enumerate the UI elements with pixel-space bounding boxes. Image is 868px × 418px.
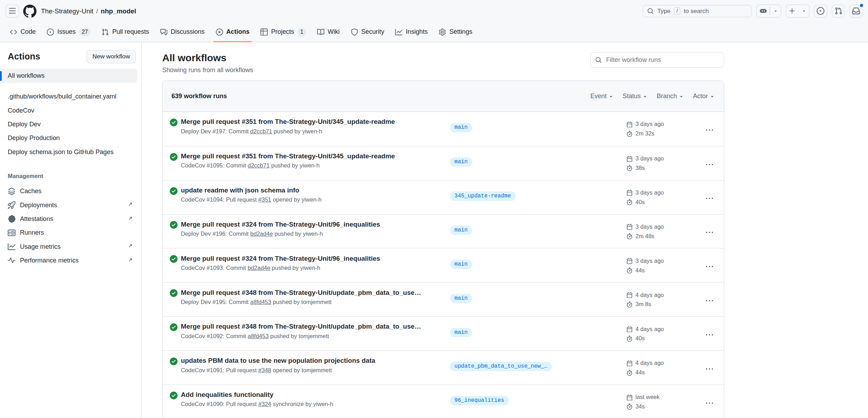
run-title-link[interactable]: Merge pull request #351 from The-Strateg… <box>181 118 443 126</box>
run-options-button[interactable] <box>702 294 717 308</box>
branch-label[interactable]: update_pbm_data_to_use_new_… <box>450 362 552 371</box>
github-mark-icon <box>23 5 37 18</box>
run-options-button[interactable] <box>702 158 717 171</box>
run-options-button[interactable] <box>702 397 717 410</box>
inbox-button[interactable] <box>849 5 863 18</box>
tab-wiki[interactable]: Wiki <box>313 22 344 42</box>
issues-dashboard-button[interactable] <box>814 5 827 18</box>
branch-label[interactable]: main <box>450 123 472 132</box>
run-subtitle-link[interactable]: #324 <box>258 401 271 407</box>
run-subtitle-link[interactable]: #348 <box>258 367 271 374</box>
tab-pull-requests[interactable]: Pull requests <box>97 22 154 42</box>
tab-code[interactable]: Code <box>6 22 40 42</box>
kebab-horizontal-icon <box>706 400 713 407</box>
tab-settings[interactable]: Settings <box>435 22 477 42</box>
run-title-link[interactable]: Merge pull request #348 from The-Strateg… <box>181 323 443 330</box>
workflow-item[interactable]: CodeCov <box>0 103 137 117</box>
graph-icon <box>8 243 15 251</box>
calendar-icon <box>626 360 632 366</box>
tab-actions[interactable]: Actions <box>211 22 254 42</box>
workflow-item[interactable]: Deploy Production <box>0 131 137 145</box>
run-subtitle-link[interactable]: bd2ad4e <box>247 265 270 271</box>
copilot-button[interactable] <box>756 5 781 18</box>
github-logo[interactable] <box>23 5 37 18</box>
event-filter-dropdown[interactable]: Event <box>590 93 614 100</box>
search-input[interactable]: Type / to search <box>643 5 752 17</box>
branch-label[interactable]: main <box>450 260 472 269</box>
run-subtitle-link[interactable]: d2ccb71 <box>247 162 269 169</box>
sidebar-item-deployments[interactable]: Deployments <box>0 198 137 212</box>
hamburger-menu-button[interactable] <box>6 5 19 18</box>
workflow-run-row: update readme with json schema info Code… <box>162 180 724 214</box>
branch-label[interactable]: main <box>450 328 472 337</box>
run-title-link[interactable]: Merge pull request #348 from The-Strateg… <box>181 289 443 297</box>
table-icon <box>261 28 268 36</box>
run-title-link[interactable]: Merge pull request #351 from The-Strateg… <box>181 152 443 160</box>
breadcrumb-org-link[interactable]: The-Strategy-Unit <box>41 7 94 15</box>
workflow-item[interactable]: .github/workflows/build_container.yaml <box>0 90 137 103</box>
run-subtitle-link[interactable]: #351 <box>258 196 271 203</box>
arrow-up-right-icon <box>127 258 133 264</box>
tab-projects[interactable]: Projects 1 <box>256 22 310 42</box>
sidebar-item-runners[interactable]: Runners <box>0 226 137 240</box>
run-options-button[interactable] <box>702 260 717 273</box>
triangle-down-icon <box>642 94 648 99</box>
shield-icon <box>351 28 358 36</box>
comment-discussion-icon <box>160 28 167 36</box>
new-workflow-button[interactable]: New workflow <box>86 50 136 63</box>
run-subtitle: Deploy Dev #196: Commit bd2ad4e pushed b… <box>181 230 443 238</box>
run-options-button[interactable] <box>702 328 717 342</box>
create-new-button[interactable] <box>786 5 810 18</box>
run-title-link[interactable]: Merge pull request #324 from The-Strateg… <box>181 255 443 262</box>
run-status <box>170 118 181 146</box>
run-age: 3 days ago <box>635 223 664 230</box>
runs-count: 639 workflow runs <box>172 93 227 100</box>
actor-filter-dropdown[interactable]: Actor <box>693 93 715 100</box>
sidebar-item-all-workflows[interactable]: All workflows <box>0 69 137 83</box>
status-filter-dropdown[interactable]: Status <box>623 93 648 100</box>
run-duration: 34s <box>635 403 645 410</box>
filter-workflow-runs-input[interactable] <box>590 52 724 68</box>
sidebar-item-attestations[interactable]: Attestations <box>0 212 137 226</box>
pull-requests-dashboard-button[interactable] <box>832 5 845 18</box>
kebab-horizontal-icon <box>706 161 713 168</box>
run-subtitle-link[interactable]: a8fd453 <box>250 299 271 305</box>
kebab-horizontal-icon <box>706 229 713 236</box>
play-icon <box>216 28 223 36</box>
workflow-item[interactable]: Deploy schema.json to GitHub Pages <box>0 145 137 159</box>
tab-issues[interactable]: Issues 27 <box>42 22 95 42</box>
branch-label[interactable]: main <box>450 294 472 303</box>
run-subtitle-link[interactable]: a8fd453 <box>247 333 269 340</box>
run-title-link[interactable]: update readme with json schema info <box>181 186 443 194</box>
sidebar-item-caches[interactable]: Caches <box>0 184 137 198</box>
stack-icon <box>8 188 15 195</box>
run-title-link[interactable]: Merge pull request #324 from The-Strateg… <box>181 221 443 228</box>
sidebar-item-performance-metrics[interactable]: Performance metrics <box>0 254 137 267</box>
run-branch-cell: main <box>450 118 626 146</box>
sidebar-item-usage-metrics[interactable]: Usage metrics <box>0 240 137 253</box>
branch-label[interactable]: 96_inequalities <box>450 396 509 405</box>
branch-label[interactable]: main <box>450 157 472 167</box>
stopwatch-icon <box>626 199 632 205</box>
run-title-link[interactable]: Add inequalities functionality <box>181 391 443 399</box>
tab-security[interactable]: Security <box>346 22 389 42</box>
tab-insights[interactable]: Insights <box>391 22 432 42</box>
workflow-runs-header: 639 workflow runs Event Status Branch <box>162 81 724 112</box>
run-subtitle-link[interactable]: bd2ad4e <box>250 230 273 237</box>
run-subtitle-link[interactable]: d2ccb71 <box>250 128 272 135</box>
tab-discussions[interactable]: Discussions <box>156 22 209 42</box>
branch-label[interactable]: 345_update-readme <box>450 191 515 201</box>
branch-label[interactable]: main <box>450 226 472 235</box>
run-filters: Event Status Branch Actor <box>590 93 715 100</box>
breadcrumb-repo-link[interactable]: nhp_model <box>101 7 136 15</box>
run-options-button[interactable] <box>702 124 717 137</box>
branch-filter-dropdown[interactable]: Branch <box>657 93 684 100</box>
run-options-button[interactable] <box>702 192 717 205</box>
run-options-button[interactable] <box>702 226 717 240</box>
run-title-link[interactable]: updates PBM data to use the new populati… <box>181 357 443 365</box>
stopwatch-icon <box>626 131 632 137</box>
workflow-item[interactable]: Deploy Dev <box>0 118 137 131</box>
plus-icon <box>789 7 796 14</box>
run-options-button[interactable] <box>702 362 717 376</box>
main-content: All workflows Showing runs from all work… <box>142 42 868 418</box>
